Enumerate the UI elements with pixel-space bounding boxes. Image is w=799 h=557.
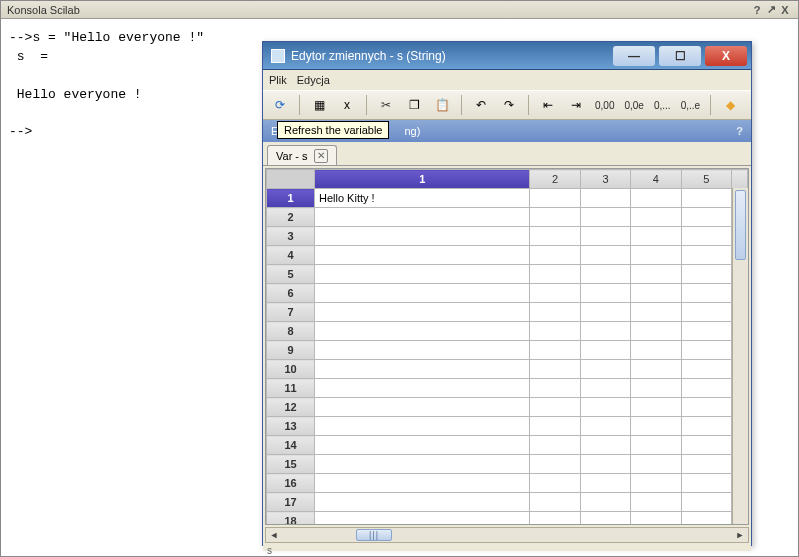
grid-cell[interactable] [315, 436, 530, 455]
grid-cell[interactable] [580, 189, 630, 208]
grid-cell[interactable] [681, 379, 731, 398]
grid-cell[interactable] [580, 455, 630, 474]
grid-cell[interactable] [681, 341, 731, 360]
create-var-icon[interactable]: ▦ [308, 94, 330, 116]
grid-cell[interactable] [315, 284, 530, 303]
grid-cell[interactable] [315, 398, 530, 417]
grid-cell[interactable] [530, 417, 580, 436]
grid-cell[interactable] [580, 512, 630, 526]
grid-cell[interactable] [631, 436, 681, 455]
row-header[interactable]: 8 [267, 322, 315, 341]
grid-cell[interactable] [315, 303, 530, 322]
grid-cell[interactable] [681, 265, 731, 284]
grid-cell[interactable] [631, 341, 681, 360]
paste-icon[interactable]: 📋 [431, 94, 453, 116]
row-header[interactable]: 16 [267, 474, 315, 493]
grid-cell[interactable] [580, 246, 630, 265]
grid-cell[interactable] [530, 398, 580, 417]
redo-icon[interactable]: ↷ [498, 94, 520, 116]
grid-cell[interactable] [631, 455, 681, 474]
grid-cell[interactable] [530, 303, 580, 322]
grid-corner[interactable] [267, 170, 315, 189]
vertical-scroll-thumb[interactable] [735, 190, 746, 260]
scroll-left-icon[interactable]: ◄ [266, 528, 282, 542]
grid-cell[interactable] [631, 303, 681, 322]
grid-cell[interactable] [580, 417, 630, 436]
grid-cell[interactable] [530, 455, 580, 474]
grid-cell[interactable] [631, 493, 681, 512]
grid-cell[interactable] [580, 227, 630, 246]
col-header[interactable]: 1 [315, 170, 530, 189]
scroll-right-icon[interactable]: ► [732, 528, 748, 542]
grid-cell[interactable] [631, 398, 681, 417]
row-header[interactable]: 18 [267, 512, 315, 526]
grid-cell[interactable] [681, 398, 731, 417]
grid-cell[interactable] [631, 360, 681, 379]
grid-cell[interactable] [631, 417, 681, 436]
grid-cell[interactable] [530, 227, 580, 246]
grid-cell[interactable] [530, 189, 580, 208]
grid-cell[interactable] [580, 265, 630, 284]
grid-cell[interactable] [315, 417, 530, 436]
grid-cell[interactable] [315, 379, 530, 398]
tab-var-s[interactable]: Var - s ✕ [267, 145, 337, 165]
grid-cell[interactable] [681, 227, 731, 246]
grid-cell[interactable] [631, 284, 681, 303]
col-header[interactable]: 2 [530, 170, 580, 189]
format-scientific[interactable]: 0,0e [622, 100, 645, 111]
grid-cell[interactable] [530, 322, 580, 341]
variable-grid[interactable]: 1 2 3 4 5 1Hello Kitty !2345678910111213… [266, 169, 748, 525]
row-header[interactable]: 3 [267, 227, 315, 246]
editor-titlebar[interactable]: Edytor zmiennych - s (String) — ☐ X [263, 42, 751, 70]
grid-cell[interactable] [580, 474, 630, 493]
grid-cell[interactable] [530, 474, 580, 493]
short-format-close-icon[interactable]: ⇥ [565, 94, 587, 116]
col-header[interactable]: 5 [681, 170, 731, 189]
grid-cell[interactable] [631, 379, 681, 398]
row-header[interactable]: 13 [267, 417, 315, 436]
grid-cell[interactable] [580, 379, 630, 398]
grid-cell[interactable] [530, 208, 580, 227]
grid-cell[interactable] [631, 265, 681, 284]
copy-icon[interactable]: ❐ [403, 94, 425, 116]
row-header[interactable]: 14 [267, 436, 315, 455]
console-close-icon[interactable]: X [778, 4, 792, 16]
grid-cell[interactable] [580, 436, 630, 455]
grid-cell[interactable] [580, 208, 630, 227]
grid-cell[interactable] [631, 246, 681, 265]
grid-cell[interactable] [681, 360, 731, 379]
grid-cell[interactable] [315, 455, 530, 474]
grid-cell[interactable] [580, 493, 630, 512]
grid-cell[interactable] [631, 322, 681, 341]
grid-cell[interactable] [315, 512, 530, 526]
grid-cell[interactable] [530, 246, 580, 265]
grid-cell[interactable] [580, 398, 630, 417]
grid-cell[interactable] [315, 360, 530, 379]
pathbar-help-icon[interactable]: ? [736, 125, 743, 137]
format-long-e[interactable]: 0,..e [679, 100, 702, 111]
refresh-icon[interactable]: ⟳ [269, 94, 291, 116]
row-header[interactable]: 15 [267, 455, 315, 474]
grid-cell[interactable] [681, 455, 731, 474]
grid-cell[interactable] [681, 436, 731, 455]
format-long[interactable]: 0,... [652, 100, 673, 111]
undo-icon[interactable]: ↶ [470, 94, 492, 116]
grid-cell[interactable] [530, 512, 580, 526]
grid-cell[interactable] [681, 284, 731, 303]
grid-cell[interactable] [530, 493, 580, 512]
menu-file[interactable]: Plik [269, 74, 287, 86]
grid-cell[interactable] [580, 341, 630, 360]
grid-cell[interactable] [315, 265, 530, 284]
menu-edit[interactable]: Edycja [297, 74, 330, 86]
grid-cell[interactable] [530, 360, 580, 379]
grid-cell[interactable] [530, 284, 580, 303]
minimize-button[interactable]: — [613, 46, 655, 66]
grid-cell[interactable] [315, 493, 530, 512]
row-header[interactable]: 11 [267, 379, 315, 398]
grid-cell[interactable] [681, 208, 731, 227]
row-header[interactable]: 6 [267, 284, 315, 303]
console-undock-icon[interactable]: ↗ [764, 3, 778, 16]
row-header[interactable]: 7 [267, 303, 315, 322]
grid-cell[interactable] [315, 208, 530, 227]
row-header[interactable]: 9 [267, 341, 315, 360]
